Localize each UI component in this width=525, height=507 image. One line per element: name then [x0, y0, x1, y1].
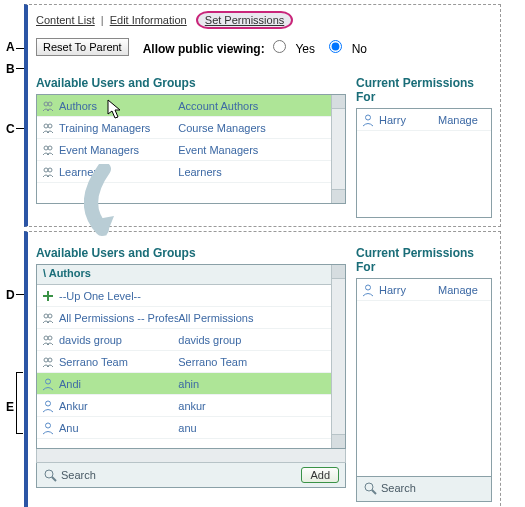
- allow-public-yes-radio[interactable]: [273, 40, 286, 53]
- search-icon: [43, 468, 57, 482]
- tab-bar: Content List | Edit Information Set Perm…: [36, 11, 492, 29]
- svg-point-17: [46, 423, 51, 428]
- list-item[interactable]: LearnersLearners: [37, 161, 331, 183]
- list-footer: Search Add: [36, 463, 346, 488]
- list-item[interactable]: Serrano TeamSerrano Team: [37, 351, 331, 373]
- current-perms-list-top[interactable]: Harry Manage: [356, 108, 492, 218]
- group-icon: [41, 165, 55, 179]
- panel-top: Content List | Edit Information Set Perm…: [24, 4, 501, 227]
- add-button[interactable]: Add: [301, 467, 339, 483]
- list-item[interactable]: Ankurankur: [37, 395, 331, 417]
- group-icon: [41, 143, 55, 157]
- svg-point-15: [46, 379, 51, 384]
- list-item[interactable]: All Permissions -- Professor Migrated Us…: [37, 307, 331, 329]
- tab-set-permissions[interactable]: Set Permissions: [205, 14, 284, 26]
- reset-to-parent-button[interactable]: Reset To Parent: [36, 38, 129, 56]
- current-perms-title: Current Permissions For: [356, 76, 492, 104]
- callout-b: B: [6, 62, 15, 76]
- callout-c: C: [6, 122, 15, 136]
- svg-point-4: [44, 146, 48, 150]
- svg-point-18: [45, 470, 53, 478]
- svg-point-6: [44, 168, 48, 172]
- svg-point-11: [44, 336, 48, 340]
- user-icon: [41, 399, 55, 413]
- group-icon: [41, 121, 55, 135]
- available-title-2: Available Users and Groups: [36, 246, 346, 260]
- svg-point-16: [46, 401, 51, 406]
- list-item[interactable]: Training ManagersCourse Managers: [37, 117, 331, 139]
- available-list-top[interactable]: AuthorsAccount AuthorsTraining ManagersC…: [36, 94, 346, 204]
- search-link[interactable]: Search: [43, 468, 96, 482]
- callout-e: E: [6, 400, 14, 414]
- list-item[interactable]: davids groupdavids group: [37, 329, 331, 351]
- user-icon: [41, 377, 55, 391]
- available-list-drilled[interactable]: \ Authors --Up One Level-- All Permissio…: [36, 264, 346, 449]
- svg-point-3: [48, 124, 52, 128]
- allow-public-no-radio[interactable]: [329, 40, 342, 53]
- svg-point-14: [48, 358, 52, 362]
- list-item[interactable]: AuthorsAccount Authors: [37, 95, 331, 117]
- svg-point-20: [365, 483, 373, 491]
- plus-icon: [41, 289, 55, 303]
- svg-point-19: [366, 285, 371, 290]
- group-icon: [41, 311, 55, 325]
- scrollbar[interactable]: [331, 265, 345, 448]
- group-icon: [41, 355, 55, 369]
- perm-row[interactable]: Harry Manage: [357, 109, 491, 131]
- tab-content-list[interactable]: Content List: [36, 14, 95, 26]
- svg-point-12: [48, 336, 52, 340]
- current-perms-list-bottom[interactable]: Harry Manage: [356, 278, 492, 477]
- svg-point-8: [366, 115, 371, 120]
- list-item[interactable]: Event ManagersEvent Managers: [37, 139, 331, 161]
- svg-point-1: [48, 102, 52, 106]
- user-icon: [361, 283, 375, 297]
- panel-bottom: Available Users and Groups \ Authors --U…: [24, 231, 501, 507]
- svg-point-7: [48, 168, 52, 172]
- current-perms-title-2: Current Permissions For: [356, 246, 492, 274]
- group-icon: [41, 333, 55, 347]
- svg-point-13: [44, 358, 48, 362]
- svg-point-10: [48, 314, 52, 318]
- svg-point-9: [44, 314, 48, 318]
- search-link[interactable]: Search: [363, 481, 416, 495]
- user-icon: [41, 421, 55, 435]
- group-icon: [41, 99, 55, 113]
- list-item[interactable]: Anuanu: [37, 417, 331, 439]
- available-title: Available Users and Groups: [36, 76, 346, 90]
- scrollbar[interactable]: [331, 95, 345, 203]
- perm-row[interactable]: Harry Manage: [357, 279, 491, 301]
- list-item[interactable]: Andiahin: [37, 373, 331, 395]
- callout-a: A: [6, 40, 15, 54]
- up-one-level-row[interactable]: --Up One Level--: [37, 285, 331, 307]
- tab-set-permissions-highlight: Set Permissions: [196, 11, 293, 29]
- allow-public-viewing: Allow public viewing: Yes No: [143, 37, 373, 56]
- h-scrollbar[interactable]: [36, 449, 346, 463]
- callout-d: D: [6, 288, 15, 302]
- drill-breadcrumb[interactable]: \ Authors: [37, 265, 331, 285]
- perm-footer: Search: [356, 477, 492, 502]
- user-icon: [361, 113, 375, 127]
- search-icon: [363, 481, 377, 495]
- svg-point-2: [44, 124, 48, 128]
- tab-edit-information[interactable]: Edit Information: [110, 14, 187, 26]
- svg-point-5: [48, 146, 52, 150]
- svg-point-0: [44, 102, 48, 106]
